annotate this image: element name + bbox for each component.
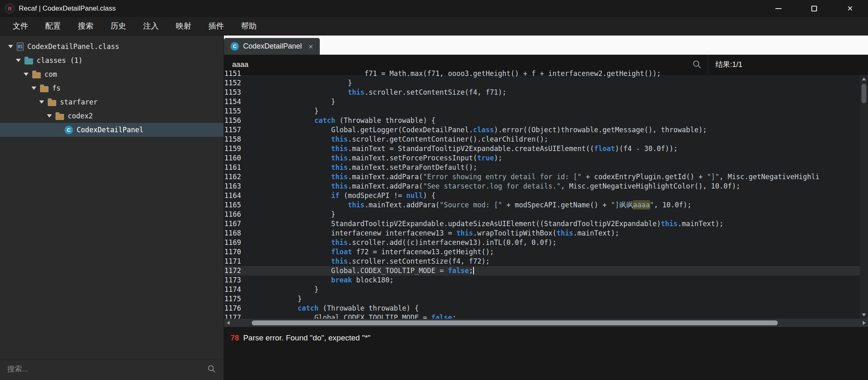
right-arrow-icon: [863, 321, 866, 325]
class-icon: C: [230, 42, 239, 51]
tree-item-classes[interactable]: classes (1): [0, 53, 224, 67]
code-text: this.mainText.addPara("See starsector.lo…: [248, 182, 740, 191]
workspace-tree: 01CodexDetailPanel.classclasses (1)comfs…: [0, 36, 224, 360]
code-line-1170[interactable]: 1170 float f72 = interfacenew13.getHeigh…: [224, 247, 860, 257]
code-editor[interactable]: 1151 f71 = Math.max(f71, oooo3.getHeight…: [224, 69, 860, 319]
line-number: 1166: [224, 210, 248, 219]
code-line-1165[interactable]: 1165 this.mainText.addPara("Source mod: …: [224, 200, 860, 210]
horizontal-scroll-thumb[interactable]: [252, 320, 778, 325]
package-icon: [55, 114, 64, 120]
code-line-1159[interactable]: 1159 this.mainText = StandardTooltipV2Ex…: [224, 144, 860, 153]
scroll-up-arrow[interactable]: [860, 75, 868, 83]
code-line-1177[interactable]: 1177 Global.CODEX_TOOLTIP_MODE = false;: [224, 313, 860, 319]
line-number: 1167: [224, 219, 248, 229]
code-line-1175[interactable]: 1175 }: [224, 294, 860, 304]
code-line-1161[interactable]: 1161 this.mainText.setParaFontDefault();: [224, 163, 860, 172]
code-line-1167[interactable]: 1167 StandardTooltipV2Expandable.updateS…: [224, 219, 860, 229]
code-line-1158[interactable]: 1158 this.scroller.getContentContainer()…: [224, 135, 860, 144]
search-result-count: 结果:1/1: [708, 60, 868, 69]
menu-plugin[interactable]: 插件: [200, 17, 232, 35]
scroll-left-arrow[interactable]: [224, 319, 232, 327]
editor-search-input[interactable]: aaaa: [224, 60, 692, 69]
package-icon: [40, 86, 49, 92]
code-line-1166[interactable]: 1166 }: [224, 210, 860, 219]
code-text: this.scroller.add((c)interfacenew13).inT…: [248, 238, 556, 247]
code-line-1172[interactable]: 1172 Global.CODEX_TOOLTIP_MODE = false;: [224, 266, 860, 276]
error-code: 78: [230, 333, 239, 342]
scroll-right-arrow[interactable]: [860, 319, 868, 327]
code-line-1164[interactable]: 1164 if (modSpecAPI != null) {: [224, 191, 860, 200]
window-title: Recaf | CodexDetailPanel.class: [19, 4, 116, 13]
code-line-1155[interactable]: 1155 }: [224, 107, 860, 116]
line-number: 1165: [224, 200, 248, 210]
editor-search-icon[interactable]: [692, 60, 702, 69]
code-text: Global.CODEX_TOOLTIP_MODE = false;: [248, 266, 474, 276]
menu-file[interactable]: 文件: [4, 17, 37, 35]
line-number: 1152: [224, 78, 248, 88]
menu-mapping[interactable]: 映射: [167, 17, 200, 35]
chevron-down-icon[interactable]: [31, 87, 36, 90]
scroll-down-arrow[interactable]: [860, 311, 868, 319]
line-number: 1164: [224, 191, 248, 200]
tree-item-fs[interactable]: fs: [0, 81, 224, 95]
code-text: this.scroller.getContentContainer().clea…: [248, 135, 548, 144]
code-line-1176[interactable]: 1176 catch (Throwable throwable) {: [224, 304, 860, 313]
search-match-highlight: aaaa: [633, 201, 650, 209]
tree-item-starfarer[interactable]: starfarer: [0, 95, 224, 109]
menu-inject[interactable]: 注入: [135, 17, 167, 35]
recaf-logo-icon: R: [5, 4, 15, 13]
code-line-1160[interactable]: 1160 this.mainText.setForceProcessInput(…: [224, 153, 860, 163]
line-number: 1170: [224, 247, 248, 257]
chevron-down-icon[interactable]: [24, 73, 29, 76]
sidebar-search-field[interactable]: 搜索...: [0, 360, 224, 378]
close-button[interactable]: ✕: [832, 0, 868, 17]
up-arrow-icon: [862, 78, 866, 80]
line-number: 1171: [224, 257, 248, 266]
code-text: }: [248, 97, 335, 107]
tree-item-com[interactable]: com: [0, 67, 224, 81]
line-number: 1177: [224, 313, 248, 319]
horizontal-scrollbar[interactable]: [224, 319, 868, 327]
code-line-1151[interactable]: 1151 f71 = Math.max(f71, oooo3.getHeight…: [224, 69, 860, 78]
code-line-1162[interactable]: 1162 this.mainText.addPara("Error showin…: [224, 172, 860, 182]
code-text: this.mainText.addPara("Source mod: [" + …: [248, 200, 691, 210]
line-number: 1157: [224, 125, 248, 135]
menu-search[interactable]: 搜索: [69, 17, 102, 35]
minimize-icon: [775, 8, 782, 9]
code-text: }: [248, 107, 319, 116]
maximize-button[interactable]: [796, 0, 832, 17]
tree-item-codex2[interactable]: codex2: [0, 109, 224, 123]
code-line-1156[interactable]: 1156 catch (Throwable throwable) {: [224, 116, 860, 125]
chevron-down-icon[interactable]: [47, 114, 52, 118]
tab-codexdetailpanel[interactable]: C CodexDetailPanel ×: [224, 38, 320, 55]
code-line-1163[interactable]: 1163 this.mainText.addPara("See starsect…: [224, 182, 860, 191]
menu-config[interactable]: 配置: [37, 17, 69, 35]
code-line-1171[interactable]: 1171 this.scroller.setContentSize(f4, f7…: [224, 257, 860, 266]
package-icon: [48, 100, 56, 106]
minimize-button[interactable]: [760, 0, 796, 17]
code-text: this.scroller.setContentSize(f4, f71);: [248, 88, 507, 97]
code-text: this.mainText.setParaFontDefault();: [248, 163, 477, 172]
menu-help[interactable]: 帮助: [232, 17, 265, 35]
code-line-1173[interactable]: 1173 break block180;: [224, 276, 860, 285]
chevron-down-icon[interactable]: [8, 45, 13, 48]
vertical-scroll-thumb[interactable]: [861, 84, 866, 103]
code-line-1153[interactable]: 1153 this.scroller.setContentSize(f4, f7…: [224, 88, 860, 97]
code-line-1174[interactable]: 1174 }: [224, 285, 860, 294]
tab-close-icon[interactable]: ×: [308, 42, 313, 51]
menu-history[interactable]: 历史: [102, 17, 135, 35]
tree-item-codexdetailpanel[interactable]: CCodexDetailPanel: [0, 123, 224, 137]
horizontal-scroll-track[interactable]: [232, 319, 860, 327]
chevron-down-icon[interactable]: [16, 59, 21, 62]
chevron-down-icon[interactable]: [39, 100, 44, 104]
tree-item-root-class-file[interactable]: 01CodexDetailPanel.class: [0, 40, 224, 53]
code-line-1152[interactable]: 1152 }: [224, 78, 860, 88]
code-line-1169[interactable]: 1169 this.scroller.add((c)interfacenew13…: [224, 238, 860, 247]
titlebar: R Recaf | CodexDetailPanel.class ✕: [0, 0, 868, 17]
vertical-scrollbar[interactable]: [860, 75, 868, 319]
code-text: interfacenew interfacenew13 = this.wrapT…: [248, 229, 619, 238]
code-line-1154[interactable]: 1154 }: [224, 97, 860, 107]
code-line-1157[interactable]: 1157 Global.getLogger(CodexDetailPanel.c…: [224, 125, 860, 135]
code-text: float f72 = interfacenew13.getHeight();: [248, 247, 494, 257]
code-line-1168[interactable]: 1168 interfacenew interfacenew13 = this.…: [224, 229, 860, 238]
